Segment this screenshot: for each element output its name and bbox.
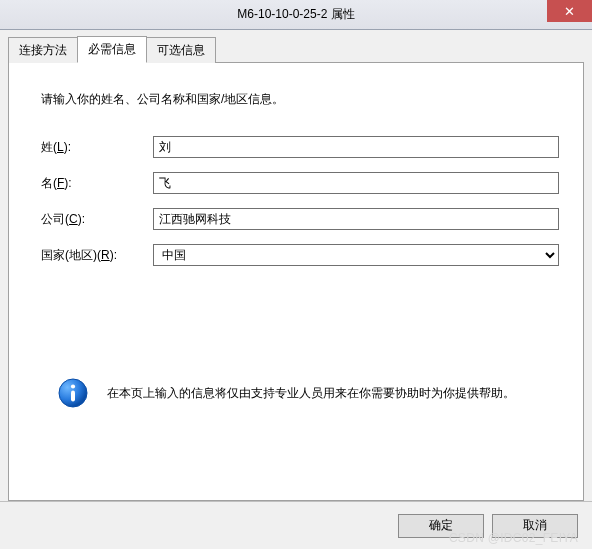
label-first-name: 名(F):: [33, 175, 153, 192]
tab-optional-info[interactable]: 可选信息: [146, 37, 216, 63]
title-bar: M6-10-10-0-25-2 属性 ✕: [0, 0, 592, 30]
select-country[interactable]: 中国: [153, 244, 559, 266]
label-country: 国家(地区)(R):: [33, 247, 153, 264]
row-first-name: 名(F):: [33, 172, 559, 194]
tab-strip: 连接方法 必需信息 可选信息: [8, 39, 584, 62]
cancel-button[interactable]: 取消: [492, 514, 578, 538]
info-row: 在本页上输入的信息将仅由支持专业人员用来在你需要协助时为你提供帮助。: [57, 377, 559, 409]
input-company[interactable]: [153, 208, 559, 230]
window-title: M6-10-10-0-25-2 属性: [237, 6, 354, 23]
row-company: 公司(C):: [33, 208, 559, 230]
tab-panel-required-info: 请输入你的姓名、公司名称和国家/地区信息。 姓(L): 名(F): 公司(C):…: [8, 62, 584, 501]
input-first-name[interactable]: [153, 172, 559, 194]
svg-rect-2: [71, 391, 75, 402]
info-text: 在本页上输入的信息将仅由支持专业人员用来在你需要协助时为你提供帮助。: [107, 385, 515, 402]
close-button[interactable]: ✕: [547, 0, 592, 22]
close-icon: ✕: [564, 4, 575, 19]
row-country: 国家(地区)(R): 中国: [33, 244, 559, 266]
label-company: 公司(C):: [33, 211, 153, 228]
label-last-name: 姓(L):: [33, 139, 153, 156]
ok-button[interactable]: 确定: [398, 514, 484, 538]
instruction-text: 请输入你的姓名、公司名称和国家/地区信息。: [41, 91, 559, 108]
button-bar: 确定 取消: [0, 501, 592, 549]
row-last-name: 姓(L):: [33, 136, 559, 158]
tab-required-info[interactable]: 必需信息: [77, 36, 147, 63]
input-last-name[interactable]: [153, 136, 559, 158]
svg-point-1: [71, 384, 75, 388]
info-icon: [57, 377, 89, 409]
tab-connection-method[interactable]: 连接方法: [8, 37, 78, 63]
window-body: 连接方法 必需信息 可选信息 请输入你的姓名、公司名称和国家/地区信息。 姓(L…: [0, 30, 592, 549]
